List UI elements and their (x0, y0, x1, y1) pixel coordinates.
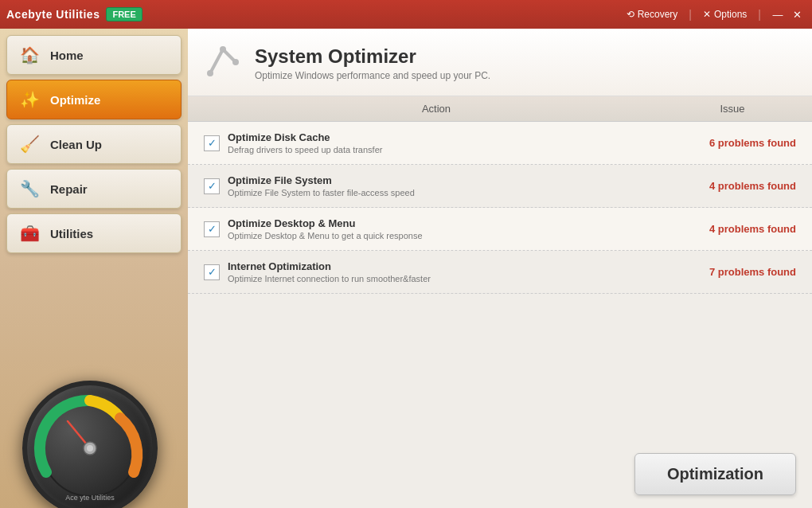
table-rows-container: ✓ Optimize Disk Cache Defrag drivers to … (188, 122, 812, 440)
header-text: System Optimizer Optimize Windows perfor… (255, 45, 490, 81)
optimize-icon: ✨ (18, 88, 41, 111)
row-4-issue: 7 problems found (669, 266, 796, 278)
row-1-issue: 6 problems found (669, 137, 796, 149)
svg-point-3 (87, 445, 93, 451)
table-row: ✓ Optimize File System Optimize File Sys… (188, 165, 812, 208)
table-row: ✓ Optimize Desktop & Menu Optimize Deskt… (188, 208, 812, 251)
home-icon: 🏠 (18, 44, 41, 66)
gauge-label: Ace yte Utilities (65, 494, 115, 502)
svg-line-4 (210, 49, 223, 73)
options-label: Options (714, 9, 747, 20)
recovery-button[interactable]: ⟲ Recovery (620, 6, 685, 22)
sidebar-item-utilities-label: Utilities (50, 227, 93, 240)
recovery-label: Recovery (638, 9, 678, 20)
row-3-text: Optimize Desktop & Menu Optimize Desktop… (228, 217, 669, 240)
close-button[interactable]: ✕ (788, 6, 806, 22)
checkbox-2[interactable]: ✓ (204, 178, 220, 194)
checkbox-1[interactable]: ✓ (204, 135, 220, 151)
row-3-issue: 4 problems found (669, 223, 796, 235)
separator-1: | (689, 8, 692, 21)
table-row: ✓ Optimize Disk Cache Defrag drivers to … (188, 122, 812, 165)
gauge-circle: Ace yte Utilities (22, 381, 158, 508)
row-2-desc: Optimize File System to faster file-acce… (228, 188, 669, 197)
row-1-text: Optimize Disk Cache Defrag drivers to sp… (228, 131, 669, 154)
sidebar-item-repair-label: Repair (50, 182, 88, 196)
minimize-button[interactable]: — (769, 6, 787, 22)
title-bar: Acebyte Utilities FREE ⟲ Recovery | ✕ Op… (0, 0, 812, 29)
optimization-button[interactable]: Optimization (634, 453, 796, 495)
checkbox-3[interactable]: ✓ (204, 221, 220, 237)
header-title: System Optimizer (255, 45, 490, 68)
row-4-title: Internet Optimization (228, 260, 669, 272)
sidebar: 🏠 Home ✨ Optimize 🧹 Clean Up 🔧 Repair 🧰 … (0, 29, 188, 508)
row-2-text: Optimize File System Optimize File Syste… (228, 174, 669, 197)
window-controls: — ✕ (769, 6, 806, 22)
row-2-title: Optimize File System (228, 174, 669, 186)
table-row: ✓ Internet Optimization Optimize Interne… (188, 251, 812, 294)
sidebar-item-utilities[interactable]: 🧰 Utilities (6, 213, 182, 253)
table-header: Action Issue (188, 96, 812, 122)
title-bar-left: Acebyte Utilities FREE (6, 7, 142, 21)
sidebar-item-cleanup-label: Clean Up (50, 138, 102, 151)
title-bar-right: ⟲ Recovery | ✕ Options | — ✕ (620, 6, 806, 22)
checkbox-4[interactable]: ✓ (204, 264, 220, 280)
cleanup-icon: 🧹 (18, 133, 41, 155)
row-3-desc: Optimize Desktop & Menu to get a quick r… (228, 231, 669, 240)
row-1-desc: Defrag drivers to speed up data transfer (228, 145, 669, 154)
column-header-issue: Issue (669, 103, 796, 115)
gauge-container: Ace yte Utilities (22, 381, 166, 508)
sidebar-item-home[interactable]: 🏠 Home (6, 35, 182, 75)
svg-point-7 (220, 46, 226, 53)
column-header-action: Action (204, 103, 669, 115)
content-header: System Optimizer Optimize Windows perfor… (188, 29, 812, 96)
row-3-title: Optimize Desktop & Menu (228, 217, 669, 229)
row-4-desc: Optimize Internet connection to run smoo… (228, 274, 669, 283)
main-layout: 🏠 Home ✨ Optimize 🧹 Clean Up 🔧 Repair 🧰 … (0, 29, 812, 508)
sidebar-item-optimize[interactable]: ✨ Optimize (6, 80, 182, 119)
free-badge: FREE (106, 7, 142, 21)
action-area: Optimization (188, 440, 812, 508)
svg-point-8 (207, 70, 213, 76)
separator-2: | (758, 8, 761, 21)
utilities-icon: 🧰 (18, 222, 41, 244)
sidebar-item-optimize-label: Optimize (50, 93, 100, 107)
row-2-issue: 4 problems found (669, 180, 796, 192)
content-area: System Optimizer Optimize Windows perfor… (188, 29, 812, 508)
repair-icon: 🔧 (18, 178, 41, 200)
sidebar-item-cleanup[interactable]: 🧹 Clean Up (6, 124, 182, 164)
row-4-text: Internet Optimization Optimize Internet … (228, 260, 669, 283)
optimizer-icon (204, 41, 242, 84)
recovery-icon: ⟲ (627, 9, 634, 20)
row-1-title: Optimize Disk Cache (228, 131, 669, 143)
sidebar-item-home-label: Home (50, 49, 84, 62)
options-button[interactable]: ✕ Options (697, 6, 753, 22)
sidebar-item-repair[interactable]: 🔧 Repair (6, 169, 182, 209)
header-subtitle: Optimize Windows performance and speed u… (255, 70, 490, 81)
close-small-icon: ✕ (703, 9, 711, 20)
svg-point-6 (232, 59, 239, 65)
app-title: Acebyte Utilities (6, 8, 100, 21)
